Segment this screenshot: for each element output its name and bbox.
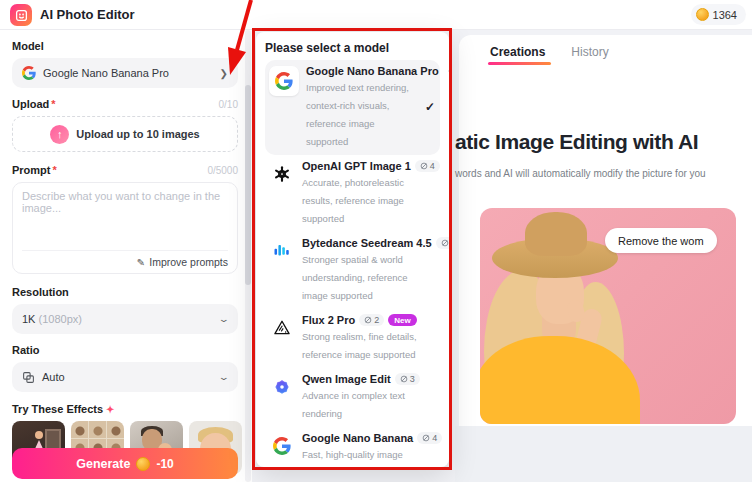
google-icon [22, 66, 36, 80]
upload-dropzone[interactable]: ↑ Upload up to 10 images [12, 116, 238, 152]
prompt-counter: 0/5000 [207, 165, 238, 176]
uses-count-badge: 4 [417, 432, 442, 444]
tab-creations[interactable]: Creations [490, 45, 545, 65]
uses-count-badge: 2 [359, 314, 384, 326]
model-description: Stronger spatial & world understanding, … [302, 254, 408, 301]
model-label: Model [12, 40, 238, 52]
ai-photo-editor-page: AI Photo Editor 1364 Model Google Nano B… [0, 0, 752, 482]
ratio-value: Auto [42, 371, 213, 383]
improve-prompts-label: Improve prompts [149, 256, 228, 268]
generate-button[interactable]: Generate -10 [12, 448, 238, 479]
model-description: Advance in complex text rendering [302, 390, 405, 419]
prompt-box: ✎ Improve prompts [12, 182, 238, 274]
aspect-ratio-icon [22, 371, 35, 384]
resolution-label: Resolution [12, 286, 238, 298]
google-icon [269, 433, 295, 459]
model-name: OpenAI GPT Image 1 [302, 160, 411, 172]
upload-icon: ↑ [50, 125, 69, 144]
model-option-flux-2-pro[interactable]: Flux 2 Pro2NewStrong realism, fine detai… [265, 309, 440, 368]
ratio-label: Ratio [12, 344, 238, 356]
uses-count-badge: 4 [415, 160, 440, 172]
improve-prompts-button[interactable]: ✎ Improve prompts [22, 250, 228, 268]
resolution-suffix: (1080px) [39, 313, 82, 325]
google-icon [269, 66, 299, 96]
resolution-value: 1K [22, 313, 35, 325]
app-logo-icon [10, 4, 32, 26]
model-name: Flux 2 Pro [302, 314, 355, 326]
generate-label: Generate [76, 457, 130, 471]
model-select[interactable]: Google Nano Banana Pro ❯ [12, 58, 238, 88]
new-badge: New [388, 314, 416, 326]
model-list: Google Nano Banana Pro10NewImproved text… [265, 60, 440, 467]
content-footer-band [455, 426, 752, 482]
generate-cost: -10 [156, 457, 173, 471]
credits-badge[interactable]: 1364 [691, 4, 746, 25]
sparkle-icon: ✦ [106, 404, 114, 415]
app-title: AI Photo Editor [40, 7, 135, 22]
chevron-down-icon: ⌄ [218, 372, 230, 382]
chevron-down-icon: ⌄ [218, 314, 230, 324]
flux-icon [269, 315, 295, 341]
uses-count-badge: 10 [443, 65, 449, 77]
openai-icon [269, 161, 295, 187]
uses-count-badge: 3 [395, 373, 420, 385]
model-option-google-nano-banana-pro[interactable]: Google Nano Banana Pro10NewImproved text… [265, 60, 440, 155]
app-header: AI Photo Editor 1364 [0, 0, 752, 30]
generation-sidebar: Model Google Nano Banana Pro ❯ Upload* 0… [0, 30, 252, 482]
model-description: Accurate, photoreleastic results, refere… [302, 177, 404, 224]
resolution-select[interactable]: 1K (1080px) ⌄ [12, 304, 238, 334]
upload-button-label: Upload up to 10 images [76, 128, 199, 140]
page-title: atic Image Editing with AI [455, 130, 698, 154]
tab-bar: Creations History [459, 35, 752, 65]
modal-title: Please select a model [265, 41, 440, 55]
model-option-qwen-image-edit[interactable]: Qwen Image Edit3Advance in complex text … [265, 368, 440, 427]
hero-demo-image: Remove the wom [480, 208, 736, 424]
qwen-icon [269, 374, 295, 400]
upload-label: Upload* [12, 98, 56, 110]
model-description: Strong realism, fine details, reference … [302, 331, 417, 360]
model-description: Fast, high-quality image generation, ref… [302, 449, 421, 467]
seedream-icon [269, 238, 295, 264]
page-subtitle: words and AI will automatically modify t… [455, 168, 706, 179]
prompt-input[interactable] [22, 190, 228, 238]
model-option-google-nano-banana[interactable]: Google Nano Banana4Fast, high-quality im… [265, 427, 440, 467]
credits-count: 1364 [713, 9, 737, 21]
model-name: Google Nano Banana [302, 432, 413, 444]
ratio-select[interactable]: Auto ⌄ [12, 362, 238, 392]
model-name: Bytedance Seedream 4.5 [302, 237, 432, 249]
demo-prompt-text: Remove the wom [618, 235, 704, 247]
model-name: Google Nano Banana Pro [306, 65, 439, 77]
check-icon: ✓ [425, 100, 435, 114]
model-option-bytedance-seedream-4-5[interactable]: Bytedance Seedream 4.54NewStronger spati… [265, 232, 440, 309]
chevron-right-icon: ❯ [220, 68, 228, 79]
active-tab-underline [488, 62, 551, 65]
sidebar-scrollbar-thumb[interactable] [245, 85, 251, 285]
model-name: Qwen Image Edit [302, 373, 391, 385]
effects-label: Try These Effects✦ [12, 403, 238, 415]
model-picker-modal: Please select a model Google Nano Banana… [256, 32, 449, 467]
coin-icon [696, 8, 709, 21]
upload-counter: 0/10 [219, 99, 238, 110]
model-description: Improved text rendering, context-rich vi… [306, 82, 409, 147]
model-select-value: Google Nano Banana Pro [43, 67, 213, 79]
uses-count-badge: 4 [436, 237, 449, 249]
demo-prompt-pill: Remove the wom [605, 228, 717, 253]
magic-pen-icon: ✎ [137, 257, 145, 268]
tab-history[interactable]: History [571, 45, 608, 65]
prompt-label: Prompt* [12, 164, 57, 176]
model-option-openai-gpt-image-1[interactable]: OpenAI GPT Image 14Accurate, photoreleas… [265, 155, 440, 232]
coin-icon [136, 457, 150, 471]
